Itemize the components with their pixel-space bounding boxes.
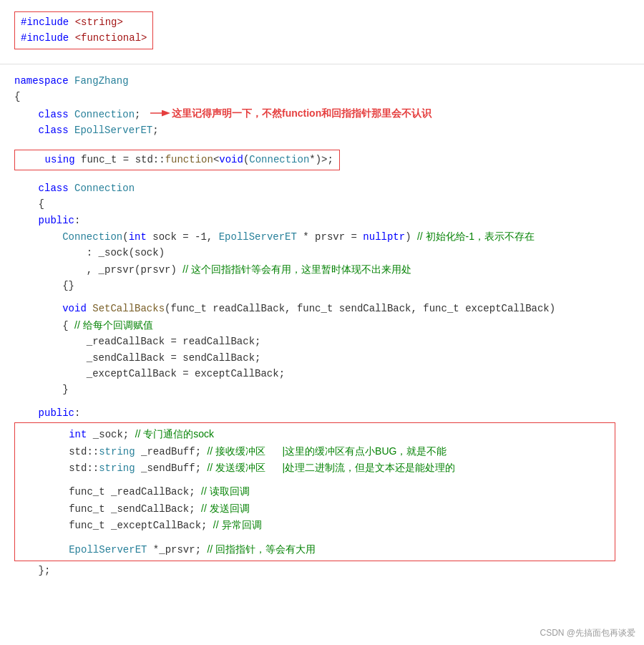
class-conn-decl: class Connection	[14, 180, 630, 196]
using-line: using func_t = std::function<void(Connec…	[21, 152, 333, 168]
member-readbuff-row: std::string _readBuff; // 接收缓冲区 |这里的缓冲区有…	[21, 443, 609, 460]
annotation: 这里记得声明一下，不然function和回指指针那里会不认识	[150, 105, 431, 122]
member-exceptcb: func_t _exceptCallBack; // 异常回调	[21, 517, 609, 533]
page-container: #include <string> #include <functional> …	[0, 0, 644, 645]
watermark: CSDN @先搞面包再谈爱	[540, 627, 635, 639]
closing-line: };	[14, 563, 630, 578]
using-box: using func_t = std::function<void(Connec…	[14, 150, 340, 170]
member-sock: int _sock; // 专门通信的sock	[21, 426, 214, 442]
class-decl-epoll: class EpollServerET;	[14, 122, 630, 138]
namespace-line: namespace FangZhang	[14, 73, 630, 89]
init-sock: : _sock(sock)	[14, 245, 630, 261]
member-sendbuff: std::string _sendBuff; // 发送缓冲区 |处理二进制流，…	[21, 460, 455, 476]
members-box: int _sock; // 专门通信的sock std::string _rea…	[14, 422, 615, 561]
cb-send: _sendCallBack = sendCallBack;	[14, 350, 630, 366]
member-readbuff: std::string _readBuff; // 接收缓冲区 |这里的缓冲区有…	[21, 443, 447, 460]
include-line2: #include <functional>	[21, 30, 147, 46]
class-declarations: class Connection; 这里记得声明一下，不然function和回指…	[14, 107, 630, 139]
setcallbacks-close: }	[14, 382, 630, 397]
member-readcb: func_t _readCallBack; // 读取回调	[21, 483, 609, 500]
member-prsvr: EpollServerET *_prsvr; // 回指指针，等会有大用	[21, 541, 609, 558]
brace-open: {	[14, 89, 630, 105]
watermark-text: CSDN @先搞面包再谈爱	[540, 628, 635, 638]
class-conn-open: {	[14, 196, 630, 212]
member-sendcb: func_t _sendCallBack; // 发送回调	[21, 500, 609, 517]
code-main: namespace FangZhang { class Connection; …	[0, 69, 644, 583]
annotation-text: 这里记得声明一下，不然function和回指指针那里会不认识	[172, 105, 431, 122]
include-line1: #include <string>	[21, 14, 147, 30]
constructor-close: {}	[14, 278, 630, 294]
init-prsvr: , _prsvr(prsvr) // 这个回指指针等会有用，这里暂时体现不出来用…	[14, 261, 630, 278]
public-label1: public:	[14, 213, 630, 228]
constructor-line: Connection(int sock = -1, EpollServerET …	[14, 228, 630, 245]
member-sock-row: int _sock; // 专门通信的sock	[21, 426, 609, 442]
cb-except: _exceptCallBack = exceptCallBack;	[14, 366, 630, 382]
setcallbacks-decl: void SetCallBacks(func_t readCallBack, f…	[14, 301, 630, 316]
arrow-svg	[150, 106, 172, 120]
cb-read: _readCallBack = readCallBack;	[14, 334, 630, 349]
member-sendbuff-row: std::string _sendBuff; // 发送缓冲区 |处理二进制流，…	[21, 460, 609, 476]
public-label2: public:	[14, 405, 630, 421]
setcallbacks-open: { // 给每个回调赋值	[14, 317, 630, 334]
includes-section: #include <string> #include <functional>	[0, 7, 644, 59]
